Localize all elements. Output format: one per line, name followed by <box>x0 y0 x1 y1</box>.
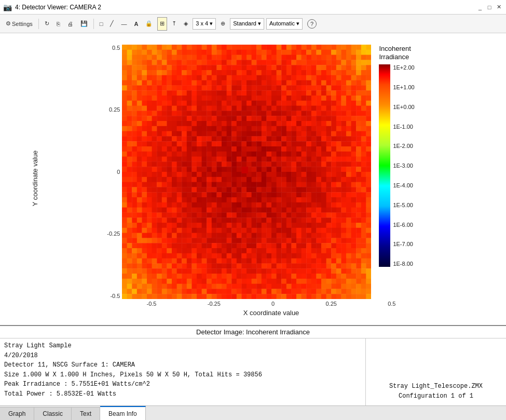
window-controls[interactable]: _ □ ✕ <box>476 3 503 11</box>
refresh-icon: ↻ <box>45 20 49 27</box>
y-tick: 0 <box>117 169 120 175</box>
tab-classic[interactable]: Classic <box>34 407 72 420</box>
print-button[interactable]: 🖨 <box>65 17 76 31</box>
maximize-button[interactable]: □ <box>485 3 494 11</box>
info-line: Peak Irradiance : 5.7551E+01 Watts/cm^2 <box>4 380 361 389</box>
print-icon: 🖨 <box>67 21 73 27</box>
colorbar-section: Incoherent Irradiance 1E+2.001E+1.001E+0… <box>379 45 414 267</box>
rotate-icon: ⊕ <box>221 20 225 27</box>
colorbar-wrap: 1E+2.001E+1.001E+0.001E-1.001E-2.001E-3.… <box>379 64 414 267</box>
info-right-text: Stray Light_Telescope.ZMXConfiguration 1… <box>389 382 483 401</box>
layers-icon: ◈ <box>184 20 188 27</box>
heatmap-wrap <box>122 45 371 299</box>
save-button[interactable]: 💾 <box>78 17 90 31</box>
info-line: 4/20/2018 <box>4 351 361 361</box>
x-axis-label: X coordinate value <box>117 309 425 317</box>
copy-button[interactable]: ⎘ <box>54 17 63 31</box>
info-panel: Detector Image: Incoherent Irradiance St… <box>0 325 506 405</box>
plot-area: Y coordinate value 0.50.250-0.25-0.5 Inc… <box>0 33 506 325</box>
colorbar-label: 1E+2.00 <box>393 64 414 71</box>
settings-icon: ⚙ <box>6 20 11 27</box>
toolbar-separator-2 <box>93 19 94 29</box>
lock-icon: 🔒 <box>145 20 153 27</box>
colorbar-title-line1: Incoherent <box>379 45 411 52</box>
tab-bar: GraphClassicTextBeam Info <box>0 405 506 420</box>
refresh-button[interactable]: ↻ <box>42 17 52 31</box>
grid-toggle-button[interactable]: ⊞ <box>157 17 167 31</box>
draw-hline-button[interactable]: — <box>118 17 129 31</box>
info-line: Stray Light Sample <box>4 341 361 351</box>
y-tick: 0.5 <box>112 45 120 51</box>
colorbar-label: 1E-4.00 <box>393 182 414 188</box>
colorbar-title: Incoherent Irradiance <box>379 45 411 62</box>
toolbar: ⚙ Settings ↻ ⎘ 🖨 💾 □ ╱ — A 🔒 ⊞ ⤒ ◈ 3 x 4… <box>0 15 506 33</box>
colorbar-label: 1E+0.00 <box>393 104 414 110</box>
y-axis-label: Y coordinate value <box>31 151 39 206</box>
save-icon: 💾 <box>80 20 88 27</box>
x-ticks: -0.5-0.2500.250.5 <box>147 301 396 307</box>
info-line: Total Power : 5.8532E-01 Watts <box>4 389 361 399</box>
lock-button[interactable]: 🔒 <box>143 17 155 31</box>
grid-icon: ⊞ <box>160 20 165 27</box>
y-tick: 0.25 <box>109 106 120 113</box>
colorbar-label: 1E-2.00 <box>393 143 414 149</box>
x-tick: 0 <box>271 301 275 307</box>
export-icon: ⤒ <box>172 20 176 27</box>
settings-label: Settings <box>12 21 33 27</box>
draw-text-button[interactable]: A <box>131 17 141 31</box>
tab-graph[interactable]: Graph <box>0 407 34 420</box>
info-line: Detector 11, NSCG Surface 1: CAMERA <box>4 360 361 370</box>
tab-text[interactable]: Text <box>72 407 100 420</box>
copy-icon: ⎘ <box>57 21 60 27</box>
colorbar-label: 1E-7.00 <box>393 241 414 247</box>
info-left: Stray Light Sample4/20/2018Detector 11, … <box>0 338 366 405</box>
grid-dropdown[interactable]: 3 x 4 ▾ <box>193 18 216 30</box>
draw-line-button[interactable]: ╱ <box>107 17 116 31</box>
help-button[interactable]: ? <box>305 17 319 31</box>
colorbar-label: 1E-6.00 <box>393 222 414 228</box>
hline-icon: — <box>121 21 127 27</box>
x-tick: -0.5 <box>147 301 157 307</box>
close-button[interactable]: ✕ <box>495 3 503 11</box>
automatic-dropdown[interactable]: Automatic ▾ <box>266 18 303 30</box>
rect-icon: □ <box>100 21 103 27</box>
x-tick: 0.25 <box>325 301 336 307</box>
x-tick: -0.25 <box>208 301 221 307</box>
text-icon: A <box>134 21 138 27</box>
colorbar-labels: 1E+2.001E+1.001E+0.001E-1.001E-2.001E-3.… <box>393 64 414 267</box>
line-icon: ╱ <box>110 20 114 27</box>
colorbar-title-line2: Irradiance <box>379 53 409 61</box>
x-tick: 0.5 <box>388 301 395 307</box>
standard-dropdown[interactable]: Standard ▾ <box>230 18 264 30</box>
colorbar-label: 1E+1.00 <box>393 84 414 90</box>
window-icon: 📷 <box>3 3 12 11</box>
colorbar-label: 1E-5.00 <box>393 202 414 208</box>
main-content: Y coordinate value 0.50.250-0.25-0.5 Inc… <box>0 33 506 420</box>
y-tick: -0.25 <box>107 231 120 237</box>
help-icon: ? <box>307 19 317 29</box>
colorbar-canvas <box>379 64 390 267</box>
grid-dropdown-label: 3 x 4 ▾ <box>196 20 213 27</box>
draw-rect-button[interactable]: □ <box>97 17 106 31</box>
window-title: 4: Detector Viewer: CAMERA 2 <box>15 4 101 11</box>
heatmap-canvas <box>122 45 371 299</box>
settings-button[interactable]: ⚙ Settings <box>3 17 35 31</box>
export-button[interactable]: ⤒ <box>169 17 179 31</box>
y-tick: -0.5 <box>110 293 120 299</box>
y-ticks: 0.50.250-0.25-0.5 <box>107 45 122 299</box>
standard-label: Standard ▾ <box>233 20 261 27</box>
tab-beam-info[interactable]: Beam Info <box>100 406 146 420</box>
info-title: Detector Image: Incoherent Irradiance <box>0 326 506 338</box>
info-body: Stray Light Sample4/20/2018Detector 11, … <box>0 338 506 405</box>
info-right: Stray Light_Telescope.ZMXConfiguration 1… <box>366 338 506 405</box>
minimize-button[interactable]: _ <box>476 3 484 11</box>
plot-and-colorbar: Incoherent Irradiance 1E+2.001E+1.001E+0… <box>122 45 414 299</box>
layers-button[interactable]: ◈ <box>181 17 190 31</box>
colorbar-label: 1E-1.00 <box>393 124 414 130</box>
toolbar-separator-1 <box>38 19 39 29</box>
info-line: Size 1.000 W X 1.000 H Inches, Pixels 50… <box>4 370 361 380</box>
colorbar-label: 1E-3.00 <box>393 162 414 169</box>
rotate-button[interactable]: ⊕ <box>218 17 228 31</box>
plot-with-axes: 0.50.250-0.25-0.5 Incoherent Irradiance <box>107 45 414 317</box>
automatic-label: Automatic ▾ <box>269 20 299 27</box>
